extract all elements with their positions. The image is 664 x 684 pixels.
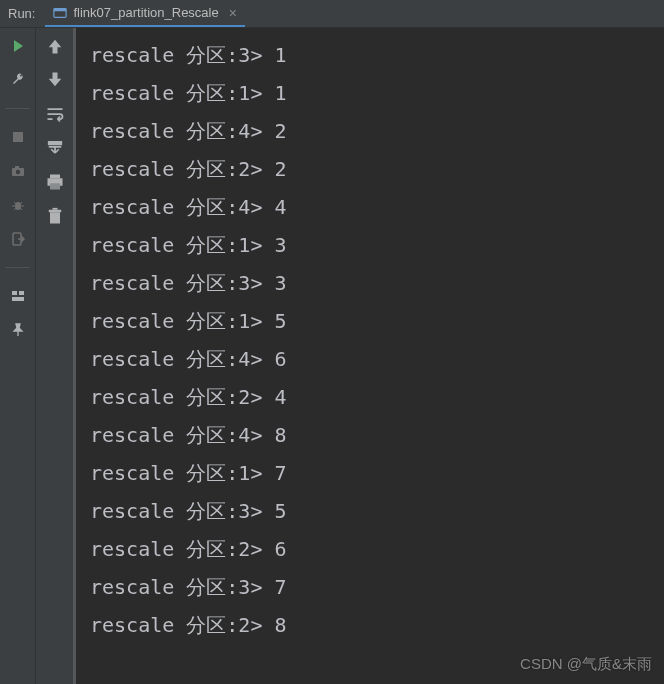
svg-rect-2: [13, 132, 23, 142]
app-icon: [53, 6, 67, 20]
console-line: rescale 分区:1> 3: [90, 226, 660, 264]
console-line: rescale 分区:3> 5: [90, 492, 660, 530]
toolwindow-label: Run:: [0, 6, 45, 21]
camera-icon[interactable]: [8, 161, 28, 181]
tab-title: flink07_partition_Rescale: [73, 5, 218, 20]
run-icon[interactable]: [8, 36, 28, 56]
bug-icon[interactable]: [8, 195, 28, 215]
svg-line-12: [20, 208, 22, 210]
down-arrow-icon[interactable]: [45, 70, 65, 90]
console-line: rescale 分区:3> 3: [90, 264, 660, 302]
svg-rect-15: [19, 291, 24, 295]
svg-rect-14: [12, 291, 17, 295]
svg-line-10: [20, 202, 22, 204]
separator: [6, 108, 30, 109]
svg-rect-23: [52, 208, 57, 210]
svg-rect-18: [50, 175, 60, 179]
separator: [6, 267, 30, 268]
body-area: rescale 分区:3> 1 rescale 分区:1> 1 rescale …: [0, 28, 664, 684]
console-line: rescale 分区:4> 8: [90, 416, 660, 454]
print-icon[interactable]: [45, 172, 65, 192]
console-line: rescale 分区:3> 1: [90, 36, 660, 74]
svg-rect-16: [12, 297, 24, 301]
soft-wrap-icon[interactable]: [45, 104, 65, 124]
console-line: rescale 分区:4> 2: [90, 112, 660, 150]
wrench-icon[interactable]: [8, 70, 28, 90]
svg-rect-5: [15, 166, 19, 168]
exit-icon[interactable]: [8, 229, 28, 249]
console-line: rescale 分区:1> 5: [90, 302, 660, 340]
console-line: rescale 分区:2> 8: [90, 606, 660, 644]
svg-rect-17: [48, 142, 61, 145]
svg-rect-1: [54, 8, 66, 11]
console-line: rescale 分区:2> 6: [90, 530, 660, 568]
pin-icon[interactable]: [8, 320, 28, 340]
console-line: rescale 分区:4> 4: [90, 188, 660, 226]
stop-icon[interactable]: [8, 127, 28, 147]
run-tab[interactable]: flink07_partition_Rescale ×: [45, 0, 244, 27]
up-arrow-icon[interactable]: [45, 36, 65, 56]
console-output[interactable]: rescale 分区:3> 1 rescale 分区:1> 1 rescale …: [74, 28, 664, 684]
svg-line-9: [14, 202, 16, 204]
svg-rect-20: [50, 183, 60, 189]
console-line: rescale 分区:1> 1: [90, 74, 660, 112]
layout-icon[interactable]: [8, 286, 28, 306]
scroll-to-end-icon[interactable]: [45, 138, 65, 158]
console-line: rescale 分区:1> 7: [90, 454, 660, 492]
console-line: rescale 分区:3> 7: [90, 568, 660, 606]
svg-rect-22: [48, 210, 61, 213]
svg-line-11: [14, 208, 16, 210]
trash-icon[interactable]: [45, 206, 65, 226]
console-line: rescale 分区:2> 2: [90, 150, 660, 188]
svg-point-4: [15, 170, 19, 174]
console-line: rescale 分区:2> 4: [90, 378, 660, 416]
svg-rect-21: [50, 212, 60, 223]
watermark: CSDN @气质&末雨: [520, 655, 652, 674]
toolwindow-header: Run: flink07_partition_Rescale ×: [0, 0, 664, 28]
console-line: rescale 分区:4> 6: [90, 340, 660, 378]
console-toolbar: [36, 28, 74, 684]
close-icon[interactable]: ×: [229, 5, 237, 21]
left-gutter: [0, 28, 36, 684]
